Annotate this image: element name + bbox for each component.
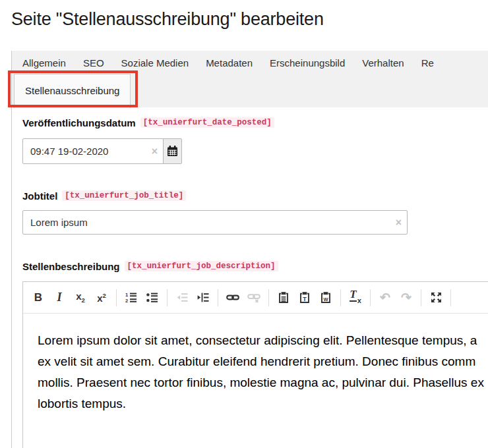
paste-as-text-icon: T — [299, 291, 311, 304]
italic-button[interactable]: I — [51, 289, 68, 307]
tab-bar: Allgemein SEO Soziale Medien Metadaten E… — [12, 51, 488, 107]
bulleted-list-button[interactable] — [144, 289, 161, 307]
svg-text:1: 1 — [125, 292, 128, 298]
paste-as-text-button[interactable]: T — [296, 289, 313, 307]
paste-from-word-icon: W — [320, 291, 332, 304]
tab-row-primary: Allgemein SEO Soziale Medien Metadaten E… — [12, 51, 488, 74]
undo-button[interactable]: ↶ — [377, 289, 394, 307]
job-title-field-key: [tx_unierfurt_job_title] — [62, 190, 186, 201]
superscript-icon: x2 — [97, 293, 106, 303]
remove-format-button[interactable]: Tx — [347, 289, 364, 307]
rte-text-line: lobortis tempus. — [38, 393, 488, 414]
redo-button[interactable]: ↷ — [398, 289, 415, 307]
tab-ressourcen-truncated[interactable]: Re — [413, 57, 442, 69]
toolbar-separator — [268, 289, 269, 306]
job-description-label: Stellenbeschreibung [tx_unierfurt_job_de… — [22, 260, 488, 273]
paste-icon — [278, 291, 290, 304]
maximize-button[interactable] — [427, 289, 444, 307]
edit-form-panel: Allgemein SEO Soziale Medien Metadaten E… — [11, 51, 488, 448]
tab-erscheinungsbild[interactable]: Erscheinungsbild — [261, 57, 353, 69]
calendar-icon — [166, 145, 179, 157]
svg-text:2: 2 — [125, 298, 128, 303]
tab-soziale-medien[interactable]: Soziale Medien — [113, 57, 198, 69]
paste-from-word-button[interactable]: W — [317, 289, 334, 307]
rich-text-editor: B I x2 x2 1 — [22, 281, 488, 448]
indent-icon — [197, 292, 209, 303]
tab-content: Veröffentlichungsdatum [tx_unierfurt_dat… — [12, 107, 488, 448]
date-picker-button[interactable] — [163, 138, 182, 164]
rte-text-line: Lorem ipsum dolor sit amet, consectetur … — [38, 330, 488, 351]
rte-text-line: ex velit sit amet sem. Curabitur eleifen… — [38, 351, 488, 372]
numbered-list-button[interactable]: 1 2 — [123, 289, 140, 307]
date-posted-input-group: × — [22, 138, 488, 164]
maximize-icon — [431, 292, 442, 303]
tab-metadaten[interactable]: Metadaten — [197, 57, 261, 69]
tab-stellenausschreibung-active[interactable]: Stellenausschreibung — [14, 74, 131, 108]
link-icon — [226, 292, 239, 303]
job-title-label-text: Jobtitel — [22, 190, 57, 202]
redo-icon: ↷ — [401, 291, 412, 304]
page-title: Seite "Stellenausschreibung" bearbeiten — [11, 9, 324, 30]
outdent-icon — [177, 292, 188, 303]
toolbar-separator — [167, 289, 168, 306]
rte-text-line: mollis. Praesent nec tortor finibus, mol… — [38, 372, 488, 393]
undo-icon: ↶ — [380, 291, 390, 304]
bold-button[interactable]: B — [30, 289, 47, 307]
date-posted-label: Veröffentlichungsdatum [tx_unierfurt_dat… — [22, 116, 488, 129]
subscript-icon: x2 — [76, 291, 85, 304]
tab-allgemein[interactable]: Allgemein — [14, 57, 75, 69]
date-clear-icon[interactable]: × — [152, 146, 158, 157]
paste-button[interactable] — [275, 289, 292, 307]
date-posted-field-key: [tx_unierfurt_date_posted] — [140, 117, 274, 128]
italic-icon: I — [57, 291, 61, 304]
bold-icon: B — [34, 291, 42, 304]
job-description-field-key: [tx_unierfurt_job_description] — [125, 261, 278, 271]
unlink-button[interactable] — [245, 289, 262, 307]
job-title-label: Jobtitel [tx_unierfurt_job_title] — [22, 189, 488, 202]
job-description-label-text: Stellenbeschreibung — [22, 261, 120, 272]
outdent-button[interactable] — [173, 289, 191, 307]
rte-toolbar: B I x2 x2 1 — [23, 282, 488, 314]
job-title-clear-icon[interactable]: × — [396, 217, 402, 228]
toolbar-separator — [116, 289, 117, 306]
date-posted-label-text: Veröffentlichungsdatum — [22, 117, 136, 128]
job-title-input[interactable] — [22, 210, 408, 235]
indent-button[interactable] — [195, 289, 212, 307]
date-posted-input[interactable] — [22, 138, 164, 164]
toolbar-separator — [421, 289, 421, 306]
superscript-button[interactable]: x2 — [93, 289, 110, 307]
link-button[interactable] — [224, 289, 241, 307]
toolbar-separator — [218, 289, 218, 306]
tab-verhalten[interactable]: Verhalten — [353, 57, 412, 69]
tab-seo[interactable]: SEO — [75, 57, 113, 69]
numbered-list-icon: 1 2 — [125, 292, 137, 303]
toolbar-separator — [340, 289, 341, 306]
subscript-button[interactable]: x2 — [72, 289, 89, 307]
toolbar-separator — [370, 289, 371, 306]
rte-content-area[interactable]: Lorem ipsum dolor sit amet, consectetur … — [23, 314, 488, 414]
svg-text:W: W — [323, 296, 328, 302]
svg-text:T: T — [303, 296, 307, 302]
bulleted-list-icon — [146, 292, 158, 303]
unlink-icon — [247, 292, 260, 303]
toolbar-separator — [450, 289, 451, 306]
remove-format-icon: T — [350, 289, 356, 302]
